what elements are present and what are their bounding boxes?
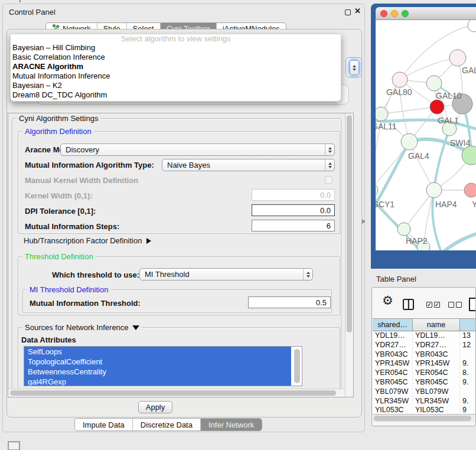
select-all-checkboxes-icon[interactable]: ✓✓: [426, 302, 440, 308]
mi-threshold-field[interactable]: 0.5: [248, 296, 331, 308]
algorithm-option[interactable]: Bayesian – Hill Climbing: [11, 43, 341, 53]
scrollbar-thumb[interactable]: [374, 416, 471, 421]
node-label: GAL11: [376, 122, 397, 131]
aracne-mode-combobox[interactable]: Discovery: [60, 144, 335, 156]
which-threshold-value: MI Threshold: [140, 270, 303, 279]
list-scrollbar-thumb[interactable]: [294, 349, 300, 383]
gear-icon[interactable]: ⚙: [382, 294, 393, 308]
network-canvas[interactable]: GAL GAL80 GAL10 GAL1 GAL11 GAL4 SWI4 GCY…: [376, 20, 476, 250]
table-row[interactable]: YDL19…YDL19…13: [373, 331, 476, 341]
table-panel-title: Table Panel: [376, 275, 416, 283]
attribute-item-selected[interactable]: SelfLoops: [24, 347, 291, 357]
node-hap2[interactable]: [397, 223, 410, 236]
algorithm-option[interactable]: Mutual Information Inference: [11, 71, 341, 81]
close-traffic-light[interactable]: [380, 10, 387, 17]
cell: YIL053C: [413, 406, 460, 414]
tab-discretize-data[interactable]: Discretize Data: [133, 419, 201, 431]
cell: YDR27…: [373, 341, 413, 350]
docked-panel-icon[interactable]: [8, 441, 20, 450]
attribute-item-selected[interactable]: BetweennessCentrality: [24, 367, 291, 377]
apply-button[interactable]: Apply: [138, 401, 172, 413]
node-red[interactable]: [430, 100, 444, 114]
dpi-tolerance-field[interactable]: 0.0: [252, 204, 335, 216]
cell: 12: [460, 341, 476, 350]
table-row[interactable]: YBL079WYBL079W: [373, 387, 476, 397]
cell: YBR043C: [373, 350, 413, 360]
algorithm-dropdown-popup: Select algorithm to view settings Bayesi…: [10, 34, 341, 102]
inference-algorithm-combobox-stepper[interactable]: [345, 57, 362, 77]
table-body: YDL19…YDL19…13 YDR27…YDR27…12 YBR043CYBR…: [373, 331, 476, 414]
cell: 9: [460, 406, 476, 414]
table-row[interactable]: YER054CYER054C8.: [373, 369, 476, 378]
mi-type-label: Mutual Information Algorithm Type:: [25, 161, 154, 170]
which-threshold-combobox[interactable]: MI Threshold: [139, 268, 313, 281]
table-row[interactable]: YLR345WYLR345W9.: [373, 397, 476, 406]
network-window-titlebar[interactable]: [376, 7, 476, 20]
which-threshold-label: Which threshold to use:: [52, 270, 139, 280]
cell: YLR345W: [413, 397, 460, 406]
manual-kernel-checkbox[interactable]: [325, 176, 332, 184]
deselect-all-checkboxes-icon[interactable]: [448, 302, 462, 308]
node-pink[interactable]: [464, 183, 476, 197]
cell: 9.: [460, 359, 476, 369]
top-edge-tick: [19, 0, 21, 2]
table-panel: ⚙ ✓✓ shared… name YDL19…YDL19…13 YDR27…Y…: [371, 287, 476, 426]
sources-group-toggle[interactable]: Sources for Network Inference: [22, 323, 142, 332]
close-icon[interactable]: ✕: [354, 6, 361, 15]
column-header-partial[interactable]: [460, 319, 476, 331]
attribute-item-selected[interactable]: gal4RGexp: [24, 377, 291, 386]
hub-definition-toggle[interactable]: Hub/Transcription Factor Definition: [24, 236, 151, 246]
cell: YBR045C: [413, 378, 460, 387]
cell: YDL19…: [413, 331, 460, 341]
kernel-width-field[interactable]: 0.0: [252, 189, 335, 201]
table-row[interactable]: YBR045CYBR045C9.: [373, 378, 476, 387]
float-panel-icon[interactable]: [345, 9, 351, 15]
node-pale-pink[interactable]: [449, 50, 466, 66]
table-row[interactable]: YDR27…YDR27…12: [373, 341, 476, 350]
node-label: SWI4: [450, 138, 470, 148]
algorithm-option[interactable]: Bayesian – K2: [11, 81, 341, 90]
column-header-name[interactable]: name: [413, 319, 460, 331]
table-row[interactable]: YBR043CYBR043C: [373, 350, 476, 360]
cell: 13: [460, 331, 476, 341]
mi-steps-field[interactable]: 6: [252, 220, 335, 231]
cell: YBR045C: [373, 378, 413, 387]
cell: YBR043C: [413, 350, 460, 360]
tab-impute-data[interactable]: Impute Data: [75, 419, 133, 431]
scrollbar-thumb[interactable]: [347, 115, 352, 332]
hub-definition-label: Hub/Transcription Factor Definition: [24, 236, 142, 245]
panel-divider-arrow-icon[interactable]: [362, 219, 366, 224]
screen: Control Panel ✕ Network Style Select Cyn…: [0, 0, 476, 450]
node-gal10[interactable]: [426, 76, 442, 91]
attribute-item-selected[interactable]: TopologicalCoefficient: [24, 357, 291, 367]
node-partial-top[interactable]: [468, 20, 476, 32]
table-toolbar: ⚙ ✓✓: [372, 288, 475, 318]
minimize-traffic-light[interactable]: [391, 10, 398, 17]
settings-scrollpane: Cyni Algorithm Settings Algorithm Defini…: [8, 113, 354, 397]
node-gal4[interactable]: [401, 133, 418, 150]
new-table-icon[interactable]: [469, 298, 476, 311]
node-hap4[interactable]: [426, 182, 442, 198]
zoom-traffic-light[interactable]: [402, 10, 409, 17]
table-row[interactable]: YIL053CYIL053C9: [373, 406, 476, 414]
sources-group-title: Sources for Network Inference: [25, 323, 129, 332]
scrollbar-thumb[interactable]: [10, 390, 336, 396]
table-horizontal-scrollbar: [373, 414, 476, 422]
node-gal11[interactable]: [376, 107, 388, 121]
tab-infer-network[interactable]: Infer Network: [201, 419, 262, 431]
algorithm-option-selected[interactable]: ARACNE Algorithm: [11, 62, 341, 71]
column-header-shared[interactable]: shared…: [373, 319, 413, 331]
node-gcy1[interactable]: [376, 183, 378, 197]
combobox-stepper-icon: [325, 159, 334, 171]
table-row[interactable]: YPR145WYPR145W9.: [373, 359, 476, 369]
group-title: Cyni Algorithm Settings: [17, 114, 100, 123]
cell: YBL079W: [413, 387, 460, 397]
algorithm-option[interactable]: Basic Correlation Inference: [11, 53, 341, 62]
mi-type-combobox[interactable]: Naive Bayes: [162, 159, 335, 171]
columns-icon[interactable]: [403, 299, 414, 310]
data-attributes-list: SelfLoops TopologicalCoefficient Between…: [24, 346, 302, 386]
control-panel-title: Control Panel: [9, 8, 56, 17]
node-gal80[interactable]: [392, 72, 407, 87]
algorithm-option[interactable]: Dream8 DC_TDC Algorithm: [11, 90, 341, 100]
dpi-tolerance-label: DPI Tolerance [0,1]:: [25, 207, 96, 216]
